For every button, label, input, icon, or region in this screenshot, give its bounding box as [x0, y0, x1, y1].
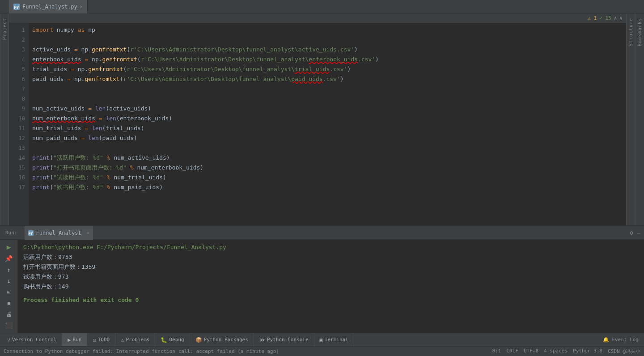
tab-close-button[interactable]: ✕ — [80, 4, 83, 9]
status-message: Connection to Python debugger failed: In… — [0, 348, 279, 354]
cursor-position[interactable]: 8:1 — [492, 348, 501, 355]
tab-terminal[interactable]: ▣ Terminal — [314, 333, 354, 347]
event-log-item[interactable]: 🔔 Event Log — [603, 337, 639, 343]
structure-label[interactable]: Structure — [628, 18, 633, 46]
run-tab[interactable]: py Funnel_Analyst ✕ — [25, 226, 93, 240]
code-line: print("购书用户数: %d" % num_paid_uids) — [32, 182, 623, 192]
tab-python-packages[interactable]: 📦 Python Packages — [190, 333, 254, 347]
code-header-bar: ⚠ 1 ✓ 15 ∧ ∨ — [9, 13, 626, 23]
code-line: num_enterbook_uids = len(enterbook_uids) — [32, 114, 623, 123]
run-tab-close[interactable]: ✕ — [87, 230, 89, 235]
tab-todo-label: TODO — [98, 337, 110, 343]
tab-python-console[interactable]: ≫ Python Console — [254, 333, 314, 347]
line-number: 15 — [9, 163, 25, 173]
encoding[interactable]: UTF-8 — [524, 348, 538, 355]
run-arrow-down-button[interactable]: ↓ — [4, 276, 14, 285]
chevron-down-icon[interactable]: ∨ — [619, 15, 623, 21]
chevron-up-icon[interactable]: ∧ — [614, 15, 617, 21]
file-tab[interactable]: py Funnel_Analyst.py ✕ — [9, 0, 88, 13]
code-line: enterbook_uids = np.genfromtxt(r'C:\User… — [32, 55, 623, 64]
tab-problems-label: Problems — [126, 337, 149, 343]
bookmarks-label[interactable]: Bookmarks — [637, 18, 642, 46]
line-number: 3 — [9, 45, 25, 55]
line-number: 4 — [9, 55, 25, 64]
code-line: print("试读用户数: %d" % num_trial_uids) — [32, 173, 623, 182]
tab-run[interactable]: ▶ Run — [62, 333, 87, 347]
bottom-tabs: ⑂ Version Control ▶ Run ☑ TODO ⚠ Problem… — [2, 333, 354, 347]
event-log-icon: 🔔 — [603, 337, 609, 343]
run-tab-bar: Run: py Funnel_Analyst ✕ ⚙ — — [0, 226, 644, 240]
run-print-button[interactable]: 🖨 — [4, 309, 14, 319]
python-version[interactable]: Python 3.8 — [573, 348, 602, 355]
bottom-panel: Run: py Funnel_Analyst ✕ ⚙ — ▶ 📌 ↑ ↓ ⊞ ≡… — [0, 225, 644, 333]
line-number: 17 — [9, 182, 25, 192]
code-line — [32, 84, 623, 94]
line-number: 2 — [9, 35, 25, 45]
line-number: 14 — [9, 153, 25, 163]
line-number: 7 — [9, 84, 25, 94]
tab-run-label: Run — [73, 337, 82, 343]
tab-filename: Funnel_Analyst.py — [22, 4, 77, 10]
line-number: 13 — [9, 143, 25, 153]
code-line — [32, 35, 623, 45]
line-number: 9 — [9, 104, 25, 114]
run-play-button[interactable]: ▶ — [4, 242, 14, 252]
project-sidebar: Project — [0, 13, 9, 225]
line-number: 11 — [9, 123, 25, 133]
run-tab-icon: py — [28, 230, 34, 236]
csdn-watermark: CSDN @冯夫小 — [608, 348, 640, 355]
run-pin-button[interactable]: 📌 — [4, 254, 14, 263]
final-status-bar: Connection to Python debugger failed: In… — [0, 346, 644, 356]
run-output-line: 打开书籍页面用户数：1359 — [23, 262, 639, 272]
problems-icon: ⚠ — [121, 337, 124, 343]
code-lines[interactable]: import numpy as np active_uids = np.genf… — [29, 23, 626, 225]
tab-python-console-label: Python Console — [267, 337, 309, 343]
run-output-line: 活跃用户数：9753 — [23, 252, 639, 262]
run-icon: ▶ — [68, 337, 71, 343]
run-tab-gear-icon[interactable]: ⚙ — [630, 229, 633, 236]
run-stop-button[interactable]: ⬛ — [4, 321, 14, 330]
status-right: 🔔 Event Log — [603, 337, 642, 343]
run-rerun-button[interactable]: ⊞ — [4, 287, 14, 297]
project-label[interactable]: Project — [2, 18, 7, 40]
code-line: paid_uids = np.genfromtxt(r'C:\Users\Adm… — [32, 74, 623, 84]
warning-badge: ⚠ 1 — [588, 15, 597, 21]
run-label: Run: — [4, 230, 19, 236]
tab-version-control-label: Version Control — [12, 337, 56, 343]
line-numbers: 1234567891011121314151617 — [9, 23, 29, 225]
line-number: 8 — [9, 94, 25, 104]
tab-terminal-label: Terminal — [325, 337, 348, 343]
run-output-line: 试读用户数：973 — [23, 272, 639, 282]
line-number: 10 — [9, 114, 25, 123]
tab-version-control[interactable]: ⑂ Version Control — [2, 333, 62, 347]
run-arrow-up-button[interactable]: ↑ — [4, 265, 14, 274]
structure-sidebar: Structure — [626, 13, 635, 225]
code-line: num_active_uids = len(active_uids) — [32, 104, 623, 114]
code-line: print("打开书籍页面用户数: %d" % num_enterbook_ui… — [32, 163, 623, 173]
code-line: num_paid_uids = len(paid_uids) — [32, 133, 623, 143]
tab-debug[interactable]: 🐛 Debug — [155, 333, 190, 347]
python-file-icon: py — [13, 4, 20, 10]
bookmarks-sidebar: Bookmarks — [635, 13, 644, 225]
todo-icon: ☑ — [93, 337, 96, 343]
line-number: 5 — [9, 64, 25, 74]
code-area: ⚠ 1 ✓ 15 ∧ ∨ 1234567891011121314151617 i… — [9, 13, 626, 225]
run-output-line: 购书用户数：149 — [23, 282, 639, 292]
run-command: G:\Python\python.exe F:/Pycharm/Projects… — [23, 242, 639, 252]
indent-info[interactable]: 4 spaces — [544, 348, 568, 355]
run-tab-minus-icon[interactable]: — — [637, 229, 640, 236]
tab-python-packages-label: Python Packages — [204, 337, 248, 343]
panel-run-area: ▶ 📌 ↑ ↓ ⊞ ≡ 🖨 ⬛ G:\Python\python.exe F:/… — [0, 240, 644, 333]
run-exit-message: Process finished with exit code 0 — [23, 295, 639, 305]
tab-problems[interactable]: ⚠ Problems — [115, 333, 155, 347]
run-output: G:\Python\python.exe F:/Pycharm/Projects… — [18, 240, 644, 333]
run-softrap-button[interactable]: ≡ — [4, 298, 14, 308]
python-console-icon: ≫ — [259, 337, 265, 343]
tab-todo[interactable]: ☑ TODO — [87, 333, 115, 347]
line-number: 12 — [9, 133, 25, 143]
code-line — [32, 94, 623, 104]
code-line: import numpy as np — [32, 25, 623, 35]
code-line: num_trial_uids = len(trial_uids) — [32, 123, 623, 133]
line-separator[interactable]: CRLF — [506, 348, 518, 355]
line-number: 16 — [9, 173, 25, 182]
